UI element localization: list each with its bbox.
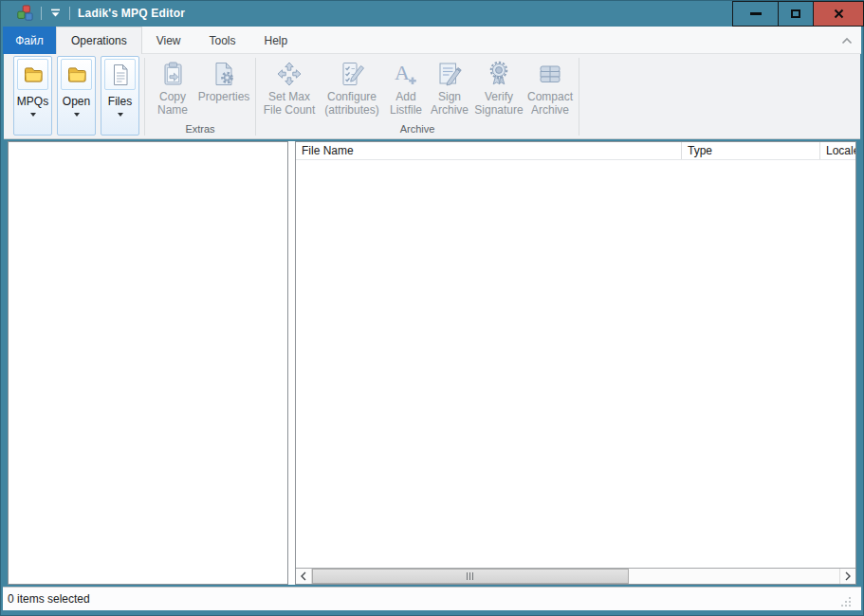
ribbon-tab-bar: Файл Operations View Tools Help bbox=[3, 27, 861, 54]
ribbon-group-label: Archive bbox=[261, 123, 574, 136]
app-icon[interactable] bbox=[16, 5, 33, 22]
ribbon-button-label: Archive bbox=[431, 104, 469, 118]
ribbon-button-label: Verify bbox=[474, 91, 523, 104]
configure-attributes-button[interactable]: Configure (attributes) bbox=[320, 56, 384, 122]
archive-tree-panel[interactable] bbox=[8, 141, 288, 585]
set-max-file-count-button[interactable]: Set Max File Count bbox=[261, 56, 318, 122]
caption-buttons bbox=[733, 1, 864, 27]
resize-grip-icon[interactable] bbox=[840, 596, 852, 607]
thumb-grip-icon bbox=[469, 572, 470, 580]
open-button-label: Open bbox=[63, 95, 90, 108]
title-bar[interactable]: Ladik's MPQ Editor bbox=[0, 0, 864, 27]
ribbon: MPQs Open bbox=[4, 54, 860, 139]
maximize-icon bbox=[791, 9, 800, 18]
mpqs-button[interactable]: MPQs bbox=[13, 56, 52, 136]
panel-splitter[interactable] bbox=[288, 141, 295, 585]
file-list-header: File Name Type Locale bbox=[296, 142, 855, 160]
file-list-panel: File Name Type Locale bbox=[295, 141, 856, 585]
copy-name-button[interactable]: Copy Name bbox=[150, 56, 195, 122]
status-bar: 0 items selected bbox=[3, 587, 861, 610]
dropdown-arrow-icon bbox=[118, 113, 123, 117]
ribbon-button-label: Sign bbox=[431, 91, 469, 104]
titlebar-separator bbox=[69, 7, 70, 20]
status-text: 0 items selected bbox=[8, 592, 90, 606]
dropdown-arrow-icon bbox=[30, 113, 36, 117]
ribbon-group-extras: Copy Name Pro bbox=[150, 56, 250, 136]
ribbon-group-separator bbox=[255, 58, 256, 136]
ribbon-button-label: Signature bbox=[474, 104, 523, 118]
checklist-pencil-icon bbox=[338, 60, 366, 88]
chevron-left-icon bbox=[300, 571, 307, 581]
ribbon-button-label: Add bbox=[390, 91, 422, 104]
ribbon-group-separator bbox=[144, 58, 145, 136]
letter-a-plus-icon: A bbox=[392, 60, 420, 88]
tab-file[interactable]: Файл bbox=[3, 27, 56, 54]
file-icon bbox=[104, 59, 136, 90]
window-title: Ladik's MPQ Editor bbox=[78, 7, 185, 20]
ribbon-group-label: Extras bbox=[150, 123, 250, 136]
tab-tools[interactable]: Tools bbox=[195, 27, 250, 54]
horizontal-scrollbar bbox=[296, 568, 855, 584]
mpqs-button-label: MPQs bbox=[17, 95, 48, 108]
minimize-icon bbox=[750, 12, 762, 15]
ribbon-button-label: File Count bbox=[264, 104, 316, 118]
thumb-grip-icon bbox=[467, 572, 468, 580]
ribbon-button-label: Set Max bbox=[264, 91, 316, 104]
ribbon-group-main: MPQs Open bbox=[13, 56, 139, 136]
rosette-icon bbox=[485, 60, 513, 88]
ribbon-button-label: Properties bbox=[198, 91, 250, 104]
ribbon-button-label: Copy bbox=[157, 91, 188, 104]
scrollbar-thumb[interactable] bbox=[312, 569, 629, 584]
expand-arrows-icon bbox=[275, 60, 303, 88]
close-icon bbox=[834, 9, 844, 19]
scroll-right-button[interactable] bbox=[839, 569, 855, 584]
minimize-button[interactable] bbox=[732, 1, 779, 27]
thumb-grip-icon bbox=[472, 572, 473, 580]
app-window: Ladik's MPQ Editor Файл Operations View … bbox=[0, 0, 864, 616]
folder-icon bbox=[61, 59, 92, 90]
verify-signature-button[interactable]: Verify Signature bbox=[473, 56, 524, 122]
ribbon-group-archive: Set Max File Count bbox=[261, 56, 574, 136]
titlebar-separator bbox=[41, 7, 42, 20]
compact-archive-button[interactable]: Compact Archive bbox=[526, 56, 574, 122]
add-listfile-button[interactable]: A Add Listfile bbox=[386, 56, 426, 122]
folder-icon bbox=[17, 59, 48, 90]
table-icon bbox=[536, 60, 564, 88]
ribbon-button-label: Compact bbox=[527, 91, 573, 104]
column-header-file-name[interactable]: File Name bbox=[296, 142, 682, 159]
chevron-up-icon bbox=[841, 37, 853, 45]
file-list-body[interactable] bbox=[296, 160, 855, 568]
maximize-button[interactable] bbox=[778, 1, 814, 27]
ribbon-button-label: (attributes) bbox=[324, 104, 378, 118]
sign-archive-button[interactable]: Sign Archive bbox=[428, 56, 471, 122]
files-button-label: Files bbox=[108, 95, 132, 108]
close-button[interactable] bbox=[813, 1, 864, 27]
ribbon-button-label: Configure bbox=[324, 91, 378, 104]
tab-help[interactable]: Help bbox=[250, 27, 303, 54]
column-header-locale[interactable]: Locale bbox=[820, 142, 855, 159]
quick-access-dropdown-icon[interactable] bbox=[49, 8, 62, 19]
scroll-left-button[interactable] bbox=[296, 569, 312, 584]
svg-text:A: A bbox=[395, 61, 410, 84]
properties-button[interactable]: Properties bbox=[197, 56, 250, 122]
main-area: File Name Type Locale bbox=[0, 139, 864, 587]
page-gear-icon bbox=[210, 60, 238, 88]
clipboard-icon bbox=[158, 60, 187, 88]
tab-view[interactable]: View bbox=[142, 27, 195, 54]
ribbon-button-label: Listfile bbox=[390, 104, 422, 118]
files-button[interactable]: Files bbox=[101, 56, 139, 136]
ribbon-button-label: Archive bbox=[527, 104, 573, 118]
chevron-right-icon bbox=[844, 571, 852, 581]
tab-operations[interactable]: Operations bbox=[56, 27, 142, 54]
collapse-ribbon-button[interactable] bbox=[840, 35, 854, 46]
column-header-type[interactable]: Type bbox=[682, 142, 820, 159]
page-pen-icon bbox=[435, 60, 464, 88]
scrollbar-track[interactable] bbox=[312, 569, 839, 584]
ribbon-group-separator bbox=[579, 58, 579, 136]
dropdown-arrow-icon bbox=[74, 113, 80, 117]
ribbon-button-label: Name bbox=[157, 104, 188, 118]
open-button[interactable]: Open bbox=[57, 56, 96, 136]
